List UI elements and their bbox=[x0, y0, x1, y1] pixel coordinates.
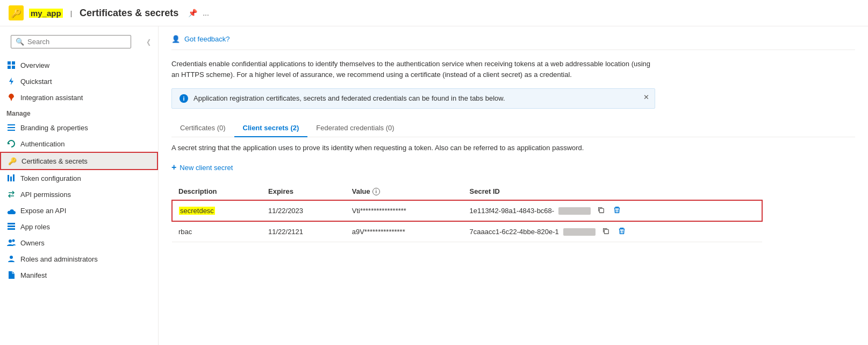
sidebar-item-authentication[interactable]: Authentication bbox=[0, 136, 158, 152]
tab-certificates[interactable]: Certificates (0) bbox=[171, 119, 234, 137]
svg-rect-11 bbox=[8, 223, 15, 224]
feedback-link[interactable]: Got feedback? bbox=[184, 35, 230, 43]
search-input[interactable] bbox=[27, 38, 126, 46]
table-row: rbac 11/22/2121 a9V*************** 7caaa… bbox=[172, 221, 762, 242]
search-box[interactable]: 🔍 bbox=[11, 35, 131, 48]
row1-secret-id: 1e113f42-98a1-4843-bc68- bbox=[463, 200, 762, 221]
doc-icon bbox=[6, 270, 16, 280]
key-icon: 🔑 bbox=[8, 156, 17, 166]
arrows-icon bbox=[6, 189, 16, 199]
app-icon: 🔑 bbox=[9, 5, 24, 20]
rocket-icon bbox=[6, 93, 16, 102]
svg-rect-6 bbox=[8, 127, 15, 128]
sidebar-item-quickstart[interactable]: Quickstart bbox=[0, 73, 158, 89]
row1-description: secretdesc bbox=[172, 200, 262, 221]
svg-point-15 bbox=[12, 240, 15, 242]
lightning-icon bbox=[6, 76, 16, 86]
grid-icon bbox=[6, 60, 16, 70]
sidebar-item-token[interactable]: Token configuration bbox=[0, 170, 158, 186]
description-text: Credentials enable confidential applicat… bbox=[171, 59, 655, 80]
manage-section-label: Manage bbox=[0, 105, 158, 119]
row2-value: a9V*************** bbox=[346, 221, 463, 242]
svg-rect-18 bbox=[604, 229, 608, 234]
sidebar-label-overview: Overview bbox=[20, 61, 49, 69]
sidebar-item-app-roles[interactable]: App roles bbox=[0, 219, 158, 235]
sidebar-item-manifest[interactable]: Manifest bbox=[0, 267, 158, 283]
secrets-table: Description Expires Value i Secret ID se bbox=[171, 183, 763, 242]
tab-federated[interactable]: Federated credentials (0) bbox=[307, 119, 403, 137]
tab-client-secrets[interactable]: Client secrets (2) bbox=[234, 119, 308, 137]
cloud-icon bbox=[6, 206, 16, 215]
page-title: Certificates & secrets bbox=[80, 8, 178, 19]
svg-rect-9 bbox=[10, 177, 12, 181]
sidebar-item-certs[interactable]: 🔑 Certificates & secrets bbox=[0, 152, 158, 170]
col-secret-id: Secret ID bbox=[463, 183, 762, 200]
sidebar-item-roles-admin[interactable]: Roles and administrators bbox=[0, 251, 158, 267]
top-bar: 🔑 my_app | Certificates & secrets 📌 ... bbox=[0, 0, 868, 26]
sidebar-item-owners[interactable]: Owners bbox=[0, 235, 158, 251]
svg-rect-12 bbox=[8, 226, 15, 227]
row2-secret-id: 7caaacc1-6c22-4bbe-820e-1 bbox=[463, 221, 762, 242]
sidebar-label-authentication: Authentication bbox=[20, 140, 64, 148]
secret-id-text: 7caaacc1-6c22-4bbe-820e-1 bbox=[470, 228, 559, 236]
svg-rect-10 bbox=[13, 174, 15, 181]
sidebar-label-quickstart: Quickstart bbox=[20, 78, 52, 86]
sidebar-item-overview[interactable]: Overview bbox=[0, 57, 158, 73]
sidebar-item-expose-api[interactable]: Expose an API bbox=[0, 202, 158, 219]
sidebar-label-app-roles: App roles bbox=[20, 223, 50, 231]
pin-icon[interactable]: 📌 bbox=[188, 9, 197, 17]
info-icon: i bbox=[180, 94, 188, 103]
new-client-secret-button[interactable]: + New client secret bbox=[171, 160, 855, 174]
sidebar-item-integration[interactable]: Integration assistant bbox=[0, 89, 158, 105]
row2-expires: 11/22/2121 bbox=[262, 221, 346, 242]
sidebar-item-api-perms[interactable]: API permissions bbox=[0, 186, 158, 202]
description-highlight: secretdesc bbox=[179, 207, 215, 215]
secret-id-blur bbox=[563, 228, 596, 236]
sidebar-item-branding[interactable]: Branding & properties bbox=[0, 119, 158, 136]
copy-secret-button[interactable] bbox=[600, 226, 612, 237]
value-info-icon[interactable]: i bbox=[372, 188, 380, 195]
svg-rect-5 bbox=[8, 124, 15, 125]
sidebar-label-certs: Certificates & secrets bbox=[21, 157, 88, 165]
svg-rect-2 bbox=[8, 66, 11, 69]
sidebar-label-expose-api: Expose an API bbox=[20, 207, 66, 215]
delete-secret-button[interactable] bbox=[616, 226, 628, 237]
info-banner-text: Application registration certificates, s… bbox=[193, 94, 505, 102]
copy-secret-button[interactable] bbox=[595, 205, 607, 216]
sidebar-label-integration: Integration assistant bbox=[20, 94, 83, 102]
table-icon bbox=[6, 222, 16, 231]
feedback-bar: 👤 Got feedback? bbox=[171, 35, 855, 50]
collapse-sidebar-button[interactable]: 《 bbox=[140, 37, 154, 49]
row1-value: Vti***************** bbox=[346, 200, 463, 221]
plus-icon: + bbox=[171, 163, 176, 172]
sidebar-label-token: Token configuration bbox=[20, 174, 81, 182]
new-client-secret-label: New client secret bbox=[180, 164, 233, 172]
people-icon bbox=[6, 238, 16, 248]
people2-icon bbox=[6, 254, 16, 264]
app-name: my_app bbox=[29, 9, 63, 18]
sidebar-label-branding: Branding & properties bbox=[20, 124, 88, 132]
row2-description: rbac bbox=[172, 221, 262, 242]
more-options-icon[interactable]: ... bbox=[203, 9, 209, 17]
sidebar-label-manifest: Manifest bbox=[20, 271, 47, 279]
svg-rect-7 bbox=[8, 130, 15, 131]
feedback-icon: 👤 bbox=[171, 35, 180, 43]
svg-rect-17 bbox=[600, 208, 604, 213]
secret-id-blur bbox=[558, 207, 591, 215]
svg-rect-8 bbox=[8, 175, 9, 181]
sidebar-label-api-perms: API permissions bbox=[20, 191, 71, 199]
svg-rect-0 bbox=[8, 61, 11, 65]
row1-expires: 11/22/2023 bbox=[262, 200, 346, 221]
sidebar-label-owners: Owners bbox=[20, 239, 45, 247]
secret-id-text: 1e113f42-98a1-4843-bc68- bbox=[470, 207, 555, 215]
tabs-bar: Certificates (0) Client secrets (2) Fede… bbox=[171, 119, 855, 137]
sidebar-label-roles-admin: Roles and administrators bbox=[20, 255, 98, 263]
content-area: 👤 Got feedback? Credentials enable confi… bbox=[159, 26, 868, 345]
svg-point-14 bbox=[9, 240, 12, 243]
list-icon bbox=[6, 123, 16, 132]
delete-secret-button[interactable] bbox=[611, 205, 623, 216]
svg-marker-4 bbox=[9, 78, 13, 85]
info-banner: i Application registration certificates,… bbox=[171, 88, 655, 109]
close-banner-button[interactable]: ✕ bbox=[643, 93, 649, 101]
svg-rect-1 bbox=[12, 61, 15, 65]
